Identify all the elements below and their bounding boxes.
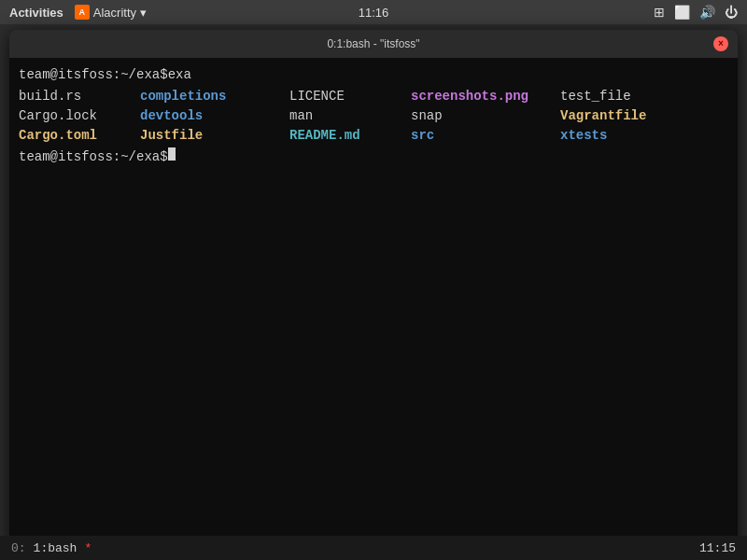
file-completions: completions	[140, 87, 289, 106]
file-snap: snap	[411, 106, 560, 126]
grid-icon[interactable]: ⊞	[654, 5, 665, 20]
file-licence: LICENCE	[289, 87, 411, 106]
system-bar-right: ⊞ ⬜ 🔊 ⏻	[654, 5, 738, 20]
terminal-titlebar: 0:1:bash - "itsfoss" ×	[9, 30, 738, 58]
close-button[interactable]: ×	[713, 36, 728, 51]
tab-label[interactable]: 1:bash	[34, 541, 78, 555]
prompt-line-2: team@itsfoss:~/exa$	[19, 147, 728, 167]
alacritty-icon: A	[75, 5, 90, 20]
prompt1: team@itsfoss:~/exa$	[19, 65, 168, 85]
terminal-window: 0:1:bash - "itsfoss" × team@itsfoss:~/ex…	[9, 30, 738, 549]
file-readme: README.md	[289, 126, 411, 146]
system-bar: Activities A Alacritty ▾ 11:16 ⊞ ⬜ 🔊 ⏻	[0, 0, 747, 24]
file-screenshots: screenshots.png	[411, 87, 560, 106]
file-justfile: Justfile	[140, 126, 289, 146]
terminal-title: 0:1:bash - "itsfoss"	[327, 37, 419, 50]
status-bar: 0: 1:bash* 11:15	[0, 536, 747, 560]
file-man: man	[289, 106, 411, 126]
file-cargo-lock: Cargo.lock	[19, 106, 140, 126]
file-xtests: xtests	[560, 126, 682, 146]
file-test-file: test_file	[560, 87, 682, 106]
file-listing: build.rs completions LICENCE screenshots…	[19, 87, 728, 146]
app-menu-chevron: ▾	[140, 6, 147, 20]
system-bar-left: Activities A Alacritty ▾	[9, 5, 147, 20]
system-bar-clock: 11:16	[359, 6, 389, 20]
file-devtools: devtools	[140, 106, 289, 126]
prompt2: team@itsfoss:~/exa$	[19, 147, 168, 167]
command-line: team@itsfoss:~/exa$ exa	[19, 65, 728, 85]
volume-icon[interactable]: 🔊	[699, 5, 715, 20]
file-cargo-toml: Cargo.toml	[19, 126, 140, 146]
tab-star: *	[84, 541, 92, 555]
app-name-label: Alacritty	[93, 6, 136, 20]
window-icon[interactable]: ⬜	[674, 5, 690, 20]
status-time: 11:15	[699, 541, 736, 555]
status-left: 0: 1:bash*	[11, 541, 92, 555]
file-src: src	[411, 126, 560, 146]
activities-button[interactable]: Activities	[9, 6, 63, 20]
file-vagrantfile: Vagrantfile	[560, 106, 682, 126]
file-build-rs: build.rs	[19, 87, 140, 106]
app-name[interactable]: A Alacritty ▾	[75, 5, 147, 20]
command-text: exa	[168, 65, 191, 85]
tab-number: 0:	[11, 541, 26, 555]
terminal-content[interactable]: team@itsfoss:~/exa$ exa build.rs complet…	[9, 58, 738, 549]
cursor	[168, 147, 176, 161]
power-icon[interactable]: ⏻	[725, 5, 738, 20]
